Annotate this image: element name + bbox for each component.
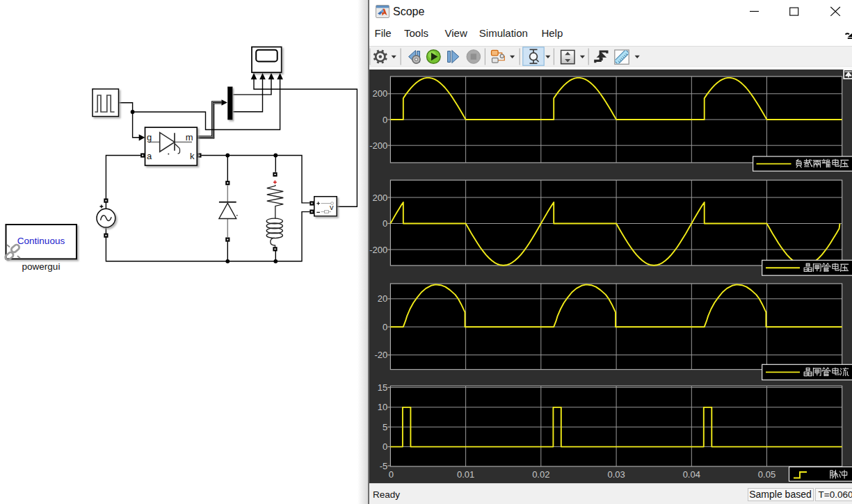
svg-text:-200: -200 [369,140,387,151]
svg-text:0.01: 0.01 [457,469,474,480]
svg-text:0.05: 0.05 [758,469,775,480]
svg-text:0: 0 [383,441,387,452]
svg-text:powergui: powergui [22,261,61,272]
svg-text:0.02: 0.02 [532,469,549,480]
svg-text:0.04: 0.04 [683,469,700,480]
svg-text:20: 20 [378,293,387,304]
svg-text:-5: -5 [380,461,388,471]
svg-text:0.03: 0.03 [607,469,625,480]
svg-text:15: 15 [378,382,387,393]
svg-text:5: 5 [383,422,387,432]
svg-text:200: 200 [372,193,387,203]
svg-text:10: 10 [378,402,387,412]
svg-text:Continuous: Continuous [17,236,65,246]
svg-text:200: 200 [372,88,387,99]
svg-text:g: g [147,132,152,143]
svg-text:k: k [190,151,195,161]
svg-text:0: 0 [383,115,387,125]
svg-text:-20: -20 [374,350,387,360]
svg-text:v: v [330,203,334,211]
svg-text:0: 0 [383,322,387,332]
svg-text:a: a [147,151,152,161]
svg-text:m: m [186,132,193,143]
svg-text:0: 0 [383,218,387,229]
svg-text:0: 0 [389,469,394,480]
svg-text:-200: -200 [369,245,387,255]
